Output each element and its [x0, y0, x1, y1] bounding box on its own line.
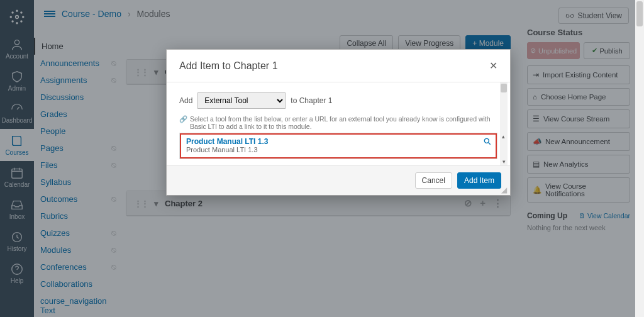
add-label: Add — [179, 96, 192, 105]
scroll-down-icon[interactable]: ▾ — [501, 158, 507, 165]
external-tool-list: Product Manual LTI 1.3 Product Manual LT… — [179, 133, 497, 159]
tool-hint: 🔗 Select a tool from the list below, or … — [179, 115, 497, 130]
modal-header: Add Item to Chapter 1 ✕ — [167, 50, 510, 82]
page-scroll-thumb[interactable] — [636, 1, 643, 26]
modal-title: Add Item to Chapter 1 — [179, 60, 278, 72]
modal-scrollbar[interactable]: ▴ ▾ — [500, 82, 508, 165]
list-scroll-up-icon[interactable]: ▴ — [499, 133, 507, 140]
search-icon[interactable] — [483, 137, 492, 146]
tool-description: Product Manual LTI 1.3 — [186, 146, 491, 153]
add-item-button[interactable]: Add Item — [457, 172, 501, 189]
to-chapter-text: to Chapter 1 — [291, 96, 332, 105]
resize-handle-icon[interactable]: ◢ — [501, 186, 509, 194]
svg-point-15 — [484, 138, 489, 143]
close-icon[interactable]: ✕ — [489, 60, 497, 72]
link-icon: 🔗 — [179, 115, 187, 123]
tool-name: Product Manual LTI 1.3 — [186, 137, 491, 146]
add-item-modal: Add Item to Chapter 1 ✕ ▴ ▾ Add External… — [166, 49, 511, 196]
page-scrollbar[interactable] — [635, 0, 644, 317]
modal-body: ▴ ▾ Add External Tool to Chapter 1 🔗 Sel… — [167, 82, 510, 165]
modal-footer: Cancel Add Item ◢ — [167, 165, 510, 195]
tool-item-product-manual[interactable]: Product Manual LTI 1.3 Product Manual LT… — [180, 133, 497, 158]
item-type-select[interactable]: External Tool — [197, 92, 286, 109]
scroll-thumb[interactable] — [501, 84, 507, 92]
cancel-button[interactable]: Cancel — [415, 172, 452, 189]
